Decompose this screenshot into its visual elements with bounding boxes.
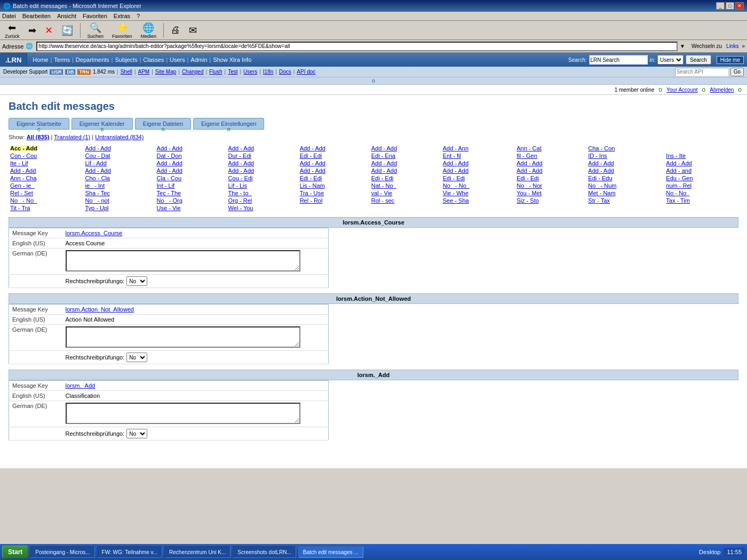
search-api-go[interactable]: Go xyxy=(730,68,744,76)
mail-btn[interactable]: ✉ xyxy=(186,23,200,37)
your-account-link[interactable]: Your Account xyxy=(666,87,698,93)
range-tax[interactable]: Tax - Tim xyxy=(666,197,690,204)
filter-untranslated[interactable]: Untranslated (834) xyxy=(95,134,144,140)
range-b2[interactable]: Add - Add xyxy=(85,167,111,174)
range-4[interactable]: Add - Add xyxy=(300,145,325,151)
range-wel[interactable]: Wel - You xyxy=(228,205,253,211)
range-7[interactable]: Ann - Cat xyxy=(516,145,541,151)
range-str[interactable]: Str - Tax xyxy=(588,197,610,204)
range-a1[interactable]: Add - Add xyxy=(157,160,182,166)
range-cla[interactable]: Cla - Cou xyxy=(157,175,181,181)
range-b7[interactable]: Add - Add xyxy=(443,167,468,174)
nav-subjects[interactable]: Subjects xyxy=(113,57,139,63)
msg-key-link-1[interactable]: lorsm.Access_Course xyxy=(66,230,123,236)
favorites-btn[interactable]: ⭐ Favoriten xyxy=(109,21,135,40)
range-tra[interactable]: Tra - Use xyxy=(300,190,324,196)
range-lif[interactable]: Lif - Add xyxy=(85,160,107,166)
range-lif2[interactable]: Lif - Lis xyxy=(228,182,247,189)
range-2[interactable]: Add - Add xyxy=(157,145,182,151)
range-b3[interactable]: Add - Add xyxy=(157,167,182,174)
range-5[interactable]: Add - Add xyxy=(371,145,397,151)
dev-test[interactable]: Test xyxy=(228,69,237,75)
range-b8[interactable]: Add - Add xyxy=(516,167,542,174)
range-a3[interactable]: Add - Add xyxy=(300,160,325,166)
range-int[interactable]: Int - Lif xyxy=(157,182,175,189)
range-a5[interactable]: Add - Add xyxy=(443,160,468,166)
range-b1[interactable]: Add - Add xyxy=(10,167,36,174)
print-btn[interactable]: 🖨 xyxy=(168,23,183,37)
media-btn[interactable]: 🌐 Medien xyxy=(138,21,160,40)
tab-einstellungen[interactable]: Eigene Einstellungen o xyxy=(193,118,264,130)
range-cho[interactable]: Cho - Cla xyxy=(85,175,110,181)
search-scope-select[interactable]: Users xyxy=(657,55,684,65)
range-3[interactable]: Add - Add xyxy=(228,145,254,151)
dev-i18n[interactable]: I18n xyxy=(263,69,273,75)
range-con[interactable]: Con - Cou xyxy=(10,153,37,159)
range-b9[interactable]: Add - Add xyxy=(588,167,614,174)
dropdown-icon[interactable]: ▼ xyxy=(680,43,685,49)
range-no3[interactable]: No_ - No_ xyxy=(10,197,37,204)
back-btn[interactable]: ⬅ Zurück xyxy=(2,21,22,40)
range-rel2[interactable]: Rel - Set xyxy=(10,190,33,196)
range-typ[interactable]: Typ - Upl xyxy=(85,205,109,211)
range-lis[interactable]: Lis - Nam xyxy=(300,182,325,189)
dev-changed[interactable]: Changed xyxy=(182,69,204,75)
range-edi6[interactable]: Edi - Edi xyxy=(516,175,539,181)
spell-select-1[interactable]: No Yes xyxy=(126,276,147,286)
range-sha[interactable]: Sha - Tec xyxy=(85,190,110,196)
range-edu[interactable]: Edu - Gen xyxy=(666,175,693,181)
nav-classes[interactable]: Classes xyxy=(141,57,166,63)
nav-show-xtra[interactable]: Show Xtra Info xyxy=(211,57,253,63)
msg-key-link-2[interactable]: lorsm.Action_Not_Allowed xyxy=(66,306,134,313)
stop-btn[interactable]: ✕ xyxy=(42,23,55,37)
range-vie[interactable]: Vie - Whe xyxy=(443,190,468,196)
dev-apidoc[interactable]: API doc xyxy=(297,69,315,75)
range-8[interactable]: Cha - Con xyxy=(588,145,615,151)
range-rel[interactable]: num - Rel xyxy=(666,182,692,189)
refresh-btn[interactable]: 🔄 xyxy=(59,23,76,37)
range-edi2[interactable]: Edi - Ena xyxy=(371,153,395,159)
lrn-search-input[interactable] xyxy=(589,55,648,65)
dev-docs[interactable]: Docs xyxy=(279,69,291,75)
msg-german-textarea-3[interactable] xyxy=(66,403,300,424)
abmelden-link[interactable]: Abmelden xyxy=(710,87,734,93)
spell-select-3[interactable]: No Yes xyxy=(126,429,147,438)
nav-users[interactable]: Users xyxy=(168,57,187,63)
range-ite[interactable]: Ite - Lif xyxy=(10,160,28,166)
search-btn[interactable]: 🔍 Suchen xyxy=(85,21,107,40)
forward-btn[interactable]: ➡ xyxy=(26,23,39,37)
range-nat[interactable]: Nat - No_ xyxy=(371,182,396,189)
search-api-input[interactable] xyxy=(675,68,728,76)
range-a6[interactable]: Add - Add xyxy=(516,160,542,166)
range-id[interactable]: ID - Ins xyxy=(588,153,607,159)
nav-terms[interactable]: Terms xyxy=(52,57,72,63)
spell-select-2[interactable]: No Yes xyxy=(126,353,147,362)
minimize-btn[interactable]: _ xyxy=(716,2,725,10)
menu-favoriten[interactable]: Favoriten xyxy=(83,13,107,19)
range-ann[interactable]: Ann - Cha xyxy=(10,175,37,181)
lrn-brand[interactable]: .LRN xyxy=(0,53,27,67)
range-gen[interactable]: Gen - ie_ xyxy=(10,182,34,189)
msg-german-textarea-2[interactable] xyxy=(66,326,300,348)
range-num[interactable]: No_ - Num xyxy=(588,182,616,189)
hide-me-btn[interactable]: Hide me xyxy=(717,56,744,64)
lrn-search-button[interactable]: Search xyxy=(686,55,711,65)
filter-translated[interactable]: Translated (1) xyxy=(54,134,90,140)
range-org1[interactable]: No_ - Org xyxy=(157,197,182,204)
range-b5[interactable]: Add - Add xyxy=(300,167,325,174)
dev-apm[interactable]: APM xyxy=(138,69,150,75)
links-arrow[interactable]: » xyxy=(742,43,745,49)
range-edi3[interactable]: Edi - Edi xyxy=(300,175,322,181)
tab-startseite[interactable]: Eigene Startseite o xyxy=(9,118,69,130)
range-you[interactable]: You - Met xyxy=(516,190,542,196)
range-cou2[interactable]: Cou - Edi xyxy=(228,175,253,181)
dev-shell[interactable]: Shell xyxy=(121,69,132,75)
menu-help[interactable]: ? xyxy=(137,13,140,19)
range-1[interactable]: Add - Add xyxy=(85,145,111,151)
range-edi5[interactable]: Edi - Edi xyxy=(443,175,465,181)
nav-home[interactable]: Home xyxy=(30,57,50,63)
range-tec[interactable]: Tec - The xyxy=(157,190,181,196)
range-ent[interactable]: Ent - fil xyxy=(443,153,461,159)
links-label[interactable]: Links xyxy=(726,43,738,49)
range-a8[interactable]: Add - Add xyxy=(666,160,692,166)
